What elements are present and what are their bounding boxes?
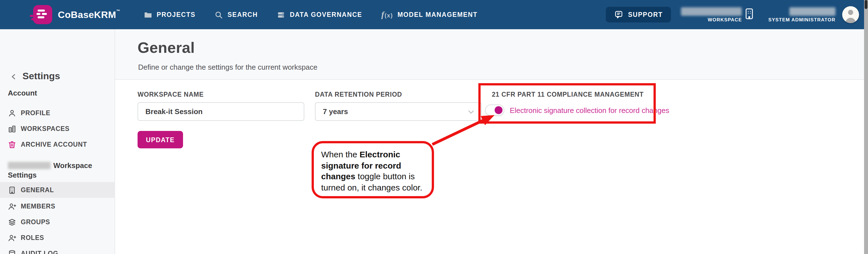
database-stack-icon: [277, 10, 285, 19]
person-silhouette-icon: [842, 6, 859, 23]
support-button[interactable]: SUPPORT: [606, 7, 671, 23]
audit-log-icon: [8, 249, 16, 254]
buildings-icon: [8, 124, 16, 133]
sidebar-item-workspaces[interactable]: WORKSPACES: [0, 121, 115, 137]
brand-name: CoBaseKRM™: [58, 9, 120, 21]
top-navigation-bar: CoBaseKRM™ PROJECTS SEARCH DATA GOVERNAN…: [0, 0, 868, 29]
sidebar-title: Settings: [23, 71, 60, 82]
trademark-symbol: ™: [116, 9, 120, 12]
primary-nav: PROJECTS SEARCH DATA GOVERNANCE f(x) MOD…: [144, 10, 477, 19]
folder-icon: [144, 10, 152, 19]
page-scrollbar-thumb[interactable]: [865, 0, 867, 9]
annotation-highlight-box: [478, 83, 656, 124]
chat-icon: [614, 10, 623, 19]
topbar-right-cluster: SUPPORT WORKSPACE SYSTEM ADMINISTRATOR: [606, 0, 859, 29]
electronic-signature-toggle-label: Electronic signature collection for reco…: [510, 106, 669, 115]
sidebar-item-profile[interactable]: PROFILE: [0, 105, 115, 121]
sidebar-item-members[interactable]: MEMBERS: [0, 198, 115, 214]
section-title-account: Account: [8, 89, 37, 97]
sidebar-item-general[interactable]: GENERAL: [0, 182, 115, 198]
compliance-label: 21 CFR PART 11 COMPLIANCE MANAGEMENT: [492, 91, 644, 98]
person-add-icon: [8, 202, 16, 210]
trash-icon: [8, 140, 16, 149]
data-retention-select[interactable]: 7 years: [315, 102, 482, 121]
sidebar-item-archive-account[interactable]: ARCHIVE ACCOUNT: [0, 137, 115, 152]
nav-projects[interactable]: PROJECTS: [144, 10, 195, 19]
search-icon: [215, 10, 223, 19]
workspace-building-button[interactable]: [745, 7, 754, 22]
data-retention-value: 7 years: [323, 107, 348, 116]
nav-data-governance[interactable]: DATA GOVERNANCE: [277, 10, 362, 19]
workspace-name-label: WORKSPACE NAME: [137, 91, 204, 98]
person-add-icon: [8, 233, 16, 242]
settings-form: WORKSPACE NAME DATA RETENTION PERIOD 7 y…: [115, 80, 868, 254]
brand-logo[interactable]: CoBaseKRM™: [30, 5, 120, 24]
sidebar-item-groups[interactable]: GROUPS: [0, 214, 115, 230]
nav-model-management[interactable]: f(x) MODEL MANAGEMENT: [381, 10, 477, 19]
nav-search[interactable]: SEARCH: [215, 10, 258, 19]
workspace-label: WORKSPACE: [708, 17, 742, 22]
workspace-name-input[interactable]: [137, 102, 304, 121]
function-icon: f(x): [381, 10, 393, 19]
avatar[interactable]: [842, 6, 859, 23]
page-scrollbar-track[interactable]: [864, 0, 868, 254]
page-subtitle: Define or change the settings for the cu…: [138, 63, 317, 72]
building-icon: [8, 186, 16, 194]
section-title-workspace-settings: Workspace Settings: [8, 161, 106, 180]
settings-sidebar: Settings Account PROFILE WORKSPACES ARCH…: [0, 29, 115, 254]
chevron-down-icon: [467, 107, 475, 116]
layers-icon: [8, 218, 16, 226]
person-icon: [8, 109, 16, 117]
electronic-signature-toggle[interactable]: [485, 105, 504, 116]
workspace-name-redacted: [681, 7, 742, 16]
page-header: General Define or change the settings fo…: [115, 29, 868, 80]
sidebar-item-roles[interactable]: ROLES: [0, 230, 115, 246]
app-window: CoBaseKRM™ PROJECTS SEARCH DATA GOVERNAN…: [0, 0, 868, 254]
toggle-knob: [495, 106, 502, 114]
cobasekrm-logo-icon: [30, 5, 52, 24]
user-role-label: SYSTEM ADMINISTRATOR: [768, 17, 835, 22]
sidebar-item-audit-log[interactable]: AUDIT LOG: [0, 246, 115, 254]
sidebar-header: Settings: [0, 71, 60, 82]
workspace-switcher[interactable]: WORKSPACE: [680, 7, 742, 22]
user-menu[interactable]: SYSTEM ADMINISTRATOR: [768, 7, 835, 22]
data-retention-label: DATA RETENTION PERIOD: [315, 91, 402, 98]
user-name-redacted: [789, 7, 835, 16]
annotation-callout: When the Electronic signature for record…: [312, 141, 434, 198]
page-title: General: [137, 39, 195, 57]
update-button[interactable]: UPDATE: [137, 131, 183, 148]
workspace-name-redacted: [8, 162, 51, 169]
building-icon: [745, 7, 754, 19]
back-chevron-icon[interactable]: [10, 73, 18, 80]
